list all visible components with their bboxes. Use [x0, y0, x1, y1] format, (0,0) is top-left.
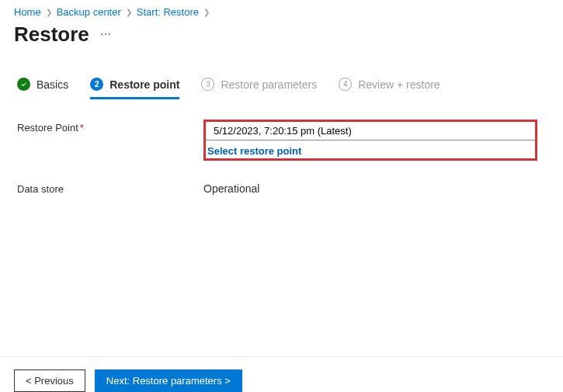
restore-point-input[interactable] — [206, 122, 535, 140]
wizard-footer: < Previous Next: Restore parameters > — [0, 356, 563, 392]
row-data-store: Data store Operational — [17, 181, 546, 195]
chevron-right-icon: ❯ — [126, 8, 132, 16]
tab-restore-parameters: 3 Restore parameters — [201, 78, 317, 99]
form-area: Restore Point* Select restore point Data… — [0, 99, 563, 195]
page-header: Restore ⋯ — [0, 21, 563, 61]
chevron-right-icon: ❯ — [203, 8, 210, 16]
breadcrumb: Home ❯ Backup center ❯ Start: Restore ❯ — [0, 0, 563, 21]
page-title: Restore — [14, 23, 89, 47]
data-store-value: Operational — [203, 181, 537, 195]
breadcrumb-home[interactable]: Home — [14, 6, 41, 18]
restore-point-label: Restore Point* — [17, 120, 203, 134]
next-button[interactable]: Next: Restore parameters > — [95, 369, 242, 392]
restore-point-highlight: Select restore point — [203, 120, 537, 161]
required-asterisk: * — [80, 122, 84, 134]
tab-label: Restore parameters — [221, 78, 317, 91]
chevron-right-icon: ❯ — [46, 8, 52, 16]
previous-button[interactable]: < Previous — [14, 369, 85, 392]
breadcrumb-start-restore[interactable]: Start: Restore — [137, 6, 199, 18]
step-number-icon: 3 — [201, 78, 214, 91]
tab-label: Review + restore — [358, 78, 440, 91]
tab-label: Basics — [36, 78, 68, 91]
row-restore-point: Restore Point* Select restore point — [17, 120, 546, 161]
tab-basics[interactable]: Basics — [17, 78, 68, 99]
data-store-label: Data store — [17, 181, 203, 195]
tab-review-restore: 4 Review + restore — [339, 78, 440, 99]
wizard-tabs: Basics 2 Restore point 3 Restore paramet… — [0, 61, 563, 99]
step-number-icon: 2 — [90, 78, 103, 91]
tab-restore-point[interactable]: 2 Restore point — [90, 78, 179, 99]
more-actions-icon[interactable]: ⋯ — [100, 29, 111, 41]
checkmark-icon — [17, 78, 30, 91]
breadcrumb-backup-center[interactable]: Backup center — [57, 6, 121, 18]
select-restore-point-link[interactable]: Select restore point — [206, 140, 535, 158]
tab-label: Restore point — [109, 78, 179, 91]
step-number-icon: 4 — [339, 78, 352, 91]
